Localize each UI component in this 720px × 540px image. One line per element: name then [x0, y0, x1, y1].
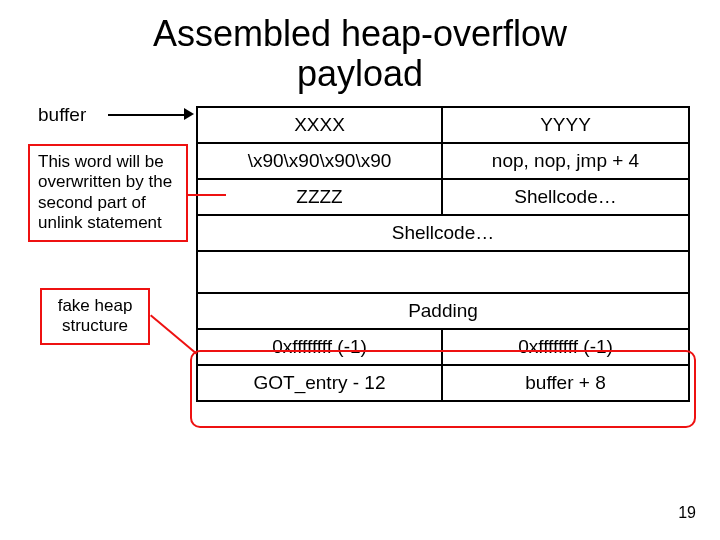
title-line-1: Assembled heap-overflow [0, 14, 720, 54]
table-row-gap [198, 252, 688, 294]
table-row: \x90\x90\x90\x90 nop, nop, jmp + 4 [198, 144, 688, 180]
fake-heap-note: fake heap structure [40, 288, 150, 345]
cell-nops: \x90\x90\x90\x90 [198, 144, 443, 180]
page-number: 19 [678, 504, 696, 522]
cell-gap [198, 252, 688, 294]
cell-jmp: nop, nop, jmp + 4 [443, 144, 688, 180]
cell-yyyy: YYYY [443, 108, 688, 144]
table-row: ZZZZ Shellcode… [198, 180, 688, 216]
cell-shellcode-full: Shellcode… [198, 216, 688, 252]
cell-xxxx: XXXX [198, 108, 443, 144]
fake-heap-highlight [190, 350, 696, 428]
cell-zzzz: ZZZZ [198, 180, 443, 216]
buffer-label: buffer [38, 104, 86, 126]
table-row: Padding [198, 294, 688, 330]
title-line-2: payload [0, 54, 720, 94]
buffer-arrow-line [108, 114, 184, 116]
cell-padding: Padding [198, 294, 688, 330]
overwritten-note: This word will be overwritten by the sec… [28, 144, 188, 242]
leader-line-overwritten [188, 194, 226, 196]
table-row: Shellcode… [198, 216, 688, 252]
buffer-arrow-head-icon [184, 108, 194, 120]
table-row: XXXX YYYY [198, 108, 688, 144]
cell-shellcode-right: Shellcode… [443, 180, 688, 216]
leader-line-fake-heap [150, 314, 197, 354]
